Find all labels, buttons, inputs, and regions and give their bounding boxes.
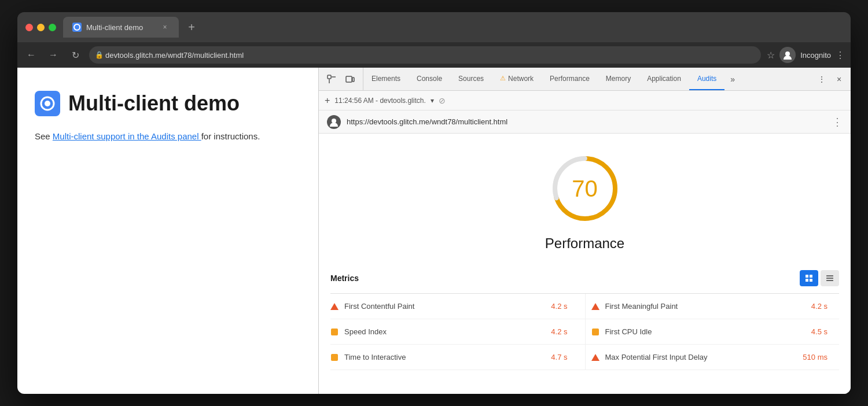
list-view-toggle[interactable] bbox=[821, 270, 839, 286]
metrics-header: Metrics bbox=[330, 263, 839, 294]
tab-elements[interactable]: Elements bbox=[363, 68, 409, 90]
svg-point-0 bbox=[74, 24, 80, 30]
traffic-lights bbox=[25, 24, 56, 31]
toolbar-right: ☆ Incognito ⋮ bbox=[767, 47, 845, 63]
devtools-settings-button[interactable]: ⋮ bbox=[815, 72, 829, 86]
tab-console[interactable]: Console bbox=[409, 68, 450, 90]
element-picker-icon[interactable] bbox=[323, 71, 340, 87]
score-section: 70 Performance bbox=[319, 134, 851, 263]
lock-icon: 🔒 bbox=[95, 51, 104, 59]
svg-point-7 bbox=[332, 119, 336, 123]
devtools-toolbar: Elements Console Sources ⚠ Network Perfo… bbox=[319, 68, 851, 91]
devtools-tabs: Elements Console Sources ⚠ Network Perfo… bbox=[363, 68, 810, 90]
device-toggle-icon[interactable] bbox=[342, 71, 358, 87]
title-bar: Multi-client demo × + bbox=[17, 12, 851, 42]
metric-value-mpfid: 510 ms bbox=[803, 353, 839, 361]
performance-score: 70 bbox=[572, 176, 598, 202]
metric-value-fci: 4.5 s bbox=[811, 327, 839, 336]
refresh-button[interactable]: ↻ bbox=[67, 47, 83, 63]
tab-network[interactable]: ⚠ Network bbox=[492, 68, 542, 90]
address-bar: ← → ↻ 🔒 ☆ Incognito ⋮ bbox=[17, 42, 851, 68]
new-tab-button[interactable]: + bbox=[183, 19, 200, 35]
webpage-area: Multi-client demo See Multi-client suppo… bbox=[17, 68, 318, 394]
metrics-section: Metrics bbox=[319, 263, 851, 382]
tab-close-button[interactable]: × bbox=[160, 23, 170, 32]
metric-value-fmp: 4.2 s bbox=[811, 302, 839, 311]
page-body-text: See Multi-client support in the Audits p… bbox=[35, 130, 301, 143]
metric-item-fci: First CPU Idle 4.5 s bbox=[585, 319, 840, 345]
audits-sub-toolbar: + 11:24:56 AM - devtools.glitch. ▾ ⊘ bbox=[319, 91, 851, 110]
svg-rect-4 bbox=[328, 75, 331, 79]
metric-name-tti: Time to Interactive bbox=[344, 353, 545, 361]
metric-item-tti: Time to Interactive 4.7 s bbox=[330, 345, 585, 370]
svg-point-3 bbox=[45, 101, 50, 106]
tab-performance[interactable]: Performance bbox=[542, 68, 598, 90]
metric-name-si: Speed Index bbox=[344, 327, 545, 336]
audits-add-button[interactable]: + bbox=[325, 95, 330, 106]
metrics-title: Metrics bbox=[330, 274, 359, 283]
browser-menu-button[interactable]: ⋮ bbox=[836, 50, 845, 61]
page-logo bbox=[35, 91, 60, 116]
grid-view-toggle[interactable] bbox=[800, 270, 818, 286]
metric-name-mpfid: Max Potential First Input Delay bbox=[605, 353, 797, 361]
score-circle: 70 bbox=[547, 151, 623, 226]
metrics-view-toggle bbox=[800, 270, 839, 286]
metric-icon-mpfid bbox=[591, 353, 599, 361]
svg-rect-13 bbox=[806, 279, 808, 282]
svg-point-1 bbox=[785, 51, 790, 56]
page-header: Multi-client demo bbox=[35, 91, 301, 116]
metric-icon-fcp bbox=[330, 302, 339, 311]
tab-bar: Multi-client demo × + bbox=[63, 17, 843, 38]
metric-icon-fci bbox=[591, 328, 599, 336]
svg-rect-12 bbox=[810, 275, 812, 278]
devtools-url-more-button[interactable]: ⋮ bbox=[832, 116, 843, 128]
browser-window: Multi-client demo × + ← → ↻ 🔒 ☆ Incognit… bbox=[17, 12, 851, 394]
metric-item-si: Speed Index 4.2 s bbox=[330, 319, 585, 345]
metric-item-fcp: First Contentful Paint 4.2 s bbox=[330, 294, 585, 319]
close-traffic-light[interactable] bbox=[25, 24, 33, 31]
svg-rect-11 bbox=[806, 275, 808, 278]
metric-icon-fmp bbox=[591, 302, 599, 311]
tab-audits[interactable]: Audits bbox=[689, 68, 724, 90]
devtools-url-avatar bbox=[327, 115, 341, 129]
maximize-traffic-light[interactable] bbox=[49, 24, 56, 31]
forward-button[interactable]: → bbox=[45, 47, 61, 63]
metric-name-fcp: First Contentful Paint bbox=[344, 302, 545, 311]
main-content: Multi-client demo See Multi-client suppo… bbox=[17, 68, 851, 394]
address-input[interactable] bbox=[89, 46, 761, 64]
metric-name-fci: First CPU Idle bbox=[605, 327, 806, 336]
svg-rect-6 bbox=[352, 77, 354, 82]
devtools-url-bar: https://devtools.glitch.me/wndt78/multic… bbox=[319, 110, 851, 134]
metric-item-fmp: First Meaningful Paint 4.2 s bbox=[585, 294, 840, 319]
minimize-traffic-light[interactable] bbox=[37, 24, 45, 31]
audits-panel-link[interactable]: Multi-client support in the Audits panel bbox=[53, 131, 201, 141]
address-field-wrap: 🔒 bbox=[89, 46, 761, 64]
tab-application[interactable]: Application bbox=[639, 68, 689, 90]
metric-icon-tti bbox=[330, 353, 339, 361]
metric-value-si: 4.2 s bbox=[551, 327, 579, 336]
audits-timestamp: 11:24:56 AM - devtools.glitch. bbox=[334, 97, 425, 105]
audits-stop-button[interactable]: ⊘ bbox=[439, 96, 446, 105]
svg-rect-5 bbox=[346, 76, 352, 82]
tab-sources[interactable]: Sources bbox=[450, 68, 492, 90]
body-prefix: See bbox=[35, 131, 53, 141]
devtools-url-text: https://devtools.glitch.me/wndt78/multic… bbox=[347, 117, 826, 126]
metric-icon-si bbox=[330, 328, 339, 336]
browser-tab[interactable]: Multi-client demo × bbox=[63, 17, 179, 38]
audits-dropdown-icon[interactable]: ▾ bbox=[431, 97, 434, 105]
bookmark-star-icon[interactable]: ☆ bbox=[767, 50, 775, 61]
performance-content: 70 Performance Metrics bbox=[319, 134, 851, 394]
tab-memory[interactable]: Memory bbox=[598, 68, 639, 90]
incognito-avatar bbox=[779, 47, 796, 63]
svg-rect-15 bbox=[826, 275, 833, 276]
devtools-actions: ⋮ × bbox=[810, 68, 851, 90]
more-tabs-button[interactable]: » bbox=[724, 68, 741, 90]
back-button[interactable]: ← bbox=[23, 47, 39, 63]
tab-favicon bbox=[72, 23, 82, 32]
svg-rect-14 bbox=[810, 279, 812, 282]
metric-value-tti: 4.7 s bbox=[551, 353, 579, 361]
body-suffix: for instructions. bbox=[201, 131, 260, 141]
devtools-close-button[interactable]: × bbox=[832, 72, 846, 86]
performance-label: Performance bbox=[545, 235, 624, 252]
devtools-panel: Elements Console Sources ⚠ Network Perfo… bbox=[318, 68, 851, 394]
